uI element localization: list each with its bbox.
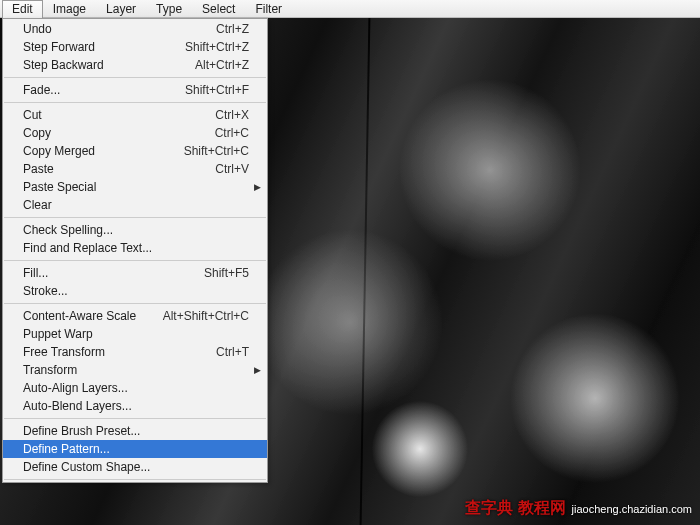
menu-shortcut: Ctrl+T [216, 345, 249, 359]
menu-shortcut: Alt+Ctrl+Z [195, 58, 249, 72]
menu-separator [4, 217, 266, 218]
texture-crack [360, 18, 371, 525]
menu-item-free-transform[interactable]: Free Transform Ctrl+T [3, 343, 267, 361]
menu-shortcut: Shift+Ctrl+F [185, 83, 249, 97]
menu-item-auto-blend-layers[interactable]: Auto-Blend Layers... [3, 397, 267, 415]
menu-label: Undo [23, 22, 52, 36]
menu-label: Find and Replace Text... [23, 241, 152, 255]
menu-label: Auto-Align Layers... [23, 381, 128, 395]
submenu-arrow-icon: ▶ [254, 182, 261, 192]
menu-item-define-brush-preset[interactable]: Define Brush Preset... [3, 422, 267, 440]
menubar: Edit Image Layer Type Select Filter [0, 0, 700, 18]
menu-shortcut: Ctrl+Z [216, 22, 249, 36]
menu-label: Paste Special [23, 180, 96, 194]
menu-shortcut: Shift+Ctrl+Z [185, 40, 249, 54]
menu-label: Fill... [23, 266, 48, 280]
menu-label: Paste [23, 162, 54, 176]
menu-item-copy[interactable]: Copy Ctrl+C [3, 124, 267, 142]
menu-label: Cut [23, 108, 42, 122]
menu-shortcut: Ctrl+C [215, 126, 249, 140]
menu-shortcut: Alt+Shift+Ctrl+C [163, 309, 249, 323]
watermark: 查字典 教程网 jiaocheng.chazidian.com [465, 498, 692, 519]
watermark-text-url: jiaocheng.chazidian.com [572, 503, 692, 515]
menubar-item-edit[interactable]: Edit [2, 0, 43, 18]
menu-separator [4, 102, 266, 103]
menu-label: Stroke... [23, 284, 68, 298]
menu-item-fill[interactable]: Fill... Shift+F5 [3, 264, 267, 282]
submenu-arrow-icon: ▶ [254, 365, 261, 375]
menu-label: Copy Merged [23, 144, 95, 158]
menu-item-define-pattern[interactable]: Define Pattern... [3, 440, 267, 458]
menu-label: Transform [23, 363, 77, 377]
menu-label: Clear [23, 198, 52, 212]
menu-item-paste-special[interactable]: Paste Special ▶ [3, 178, 267, 196]
menu-label: Check Spelling... [23, 223, 113, 237]
menubar-item-filter[interactable]: Filter [245, 0, 292, 18]
menu-item-fade[interactable]: Fade... Shift+Ctrl+F [3, 81, 267, 99]
menu-label: Copy [23, 126, 51, 140]
menu-item-check-spelling[interactable]: Check Spelling... [3, 221, 267, 239]
menu-shortcut: Ctrl+X [215, 108, 249, 122]
menubar-item-select[interactable]: Select [192, 0, 245, 18]
menu-item-content-aware-scale[interactable]: Content-Aware Scale Alt+Shift+Ctrl+C [3, 307, 267, 325]
edit-dropdown-menu: Undo Ctrl+Z Step Forward Shift+Ctrl+Z St… [2, 18, 268, 483]
menu-item-undo[interactable]: Undo Ctrl+Z [3, 20, 267, 38]
menu-label: Define Custom Shape... [23, 460, 150, 474]
menu-separator [4, 77, 266, 78]
menu-item-stroke[interactable]: Stroke... [3, 282, 267, 300]
menu-separator [4, 479, 266, 480]
menu-item-puppet-warp[interactable]: Puppet Warp [3, 325, 267, 343]
menu-label: Step Forward [23, 40, 95, 54]
menubar-item-type[interactable]: Type [146, 0, 192, 18]
menu-separator [4, 418, 266, 419]
menu-item-find-replace[interactable]: Find and Replace Text... [3, 239, 267, 257]
menu-shortcut: Shift+Ctrl+C [184, 144, 249, 158]
menu-label: Auto-Blend Layers... [23, 399, 132, 413]
menu-shortcut: Ctrl+V [215, 162, 249, 176]
menu-item-paste[interactable]: Paste Ctrl+V [3, 160, 267, 178]
menu-item-clear[interactable]: Clear [3, 196, 267, 214]
menu-label: Fade... [23, 83, 60, 97]
menu-item-cut[interactable]: Cut Ctrl+X [3, 106, 267, 124]
menu-item-define-custom-shape[interactable]: Define Custom Shape... [3, 458, 267, 476]
menu-item-transform[interactable]: Transform ▶ [3, 361, 267, 379]
menu-item-copy-merged[interactable]: Copy Merged Shift+Ctrl+C [3, 142, 267, 160]
menu-label: Step Backward [23, 58, 104, 72]
menu-separator [4, 260, 266, 261]
menu-item-step-backward[interactable]: Step Backward Alt+Ctrl+Z [3, 56, 267, 74]
menu-shortcut: Shift+F5 [204, 266, 249, 280]
menubar-item-layer[interactable]: Layer [96, 0, 146, 18]
menu-label: Free Transform [23, 345, 105, 359]
menu-item-auto-align-layers[interactable]: Auto-Align Layers... [3, 379, 267, 397]
menu-item-step-forward[interactable]: Step Forward Shift+Ctrl+Z [3, 38, 267, 56]
menu-label: Content-Aware Scale [23, 309, 136, 323]
menu-label: Define Brush Preset... [23, 424, 140, 438]
watermark-text-cn: 查字典 教程网 [465, 498, 565, 519]
menubar-item-image[interactable]: Image [43, 0, 96, 18]
menu-label: Puppet Warp [23, 327, 93, 341]
menu-separator [4, 303, 266, 304]
menu-label: Define Pattern... [23, 442, 110, 456]
